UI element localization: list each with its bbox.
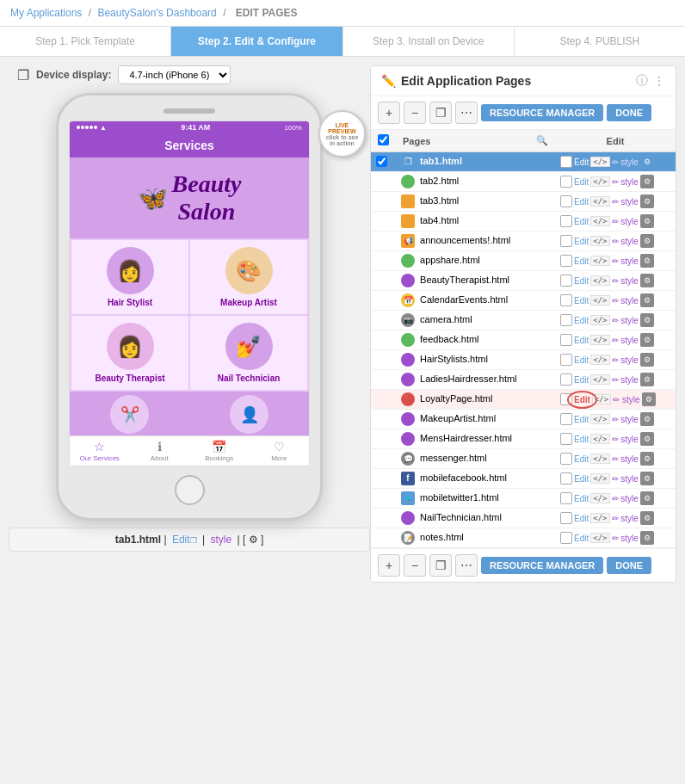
edit-checkbox[interactable] bbox=[560, 413, 572, 425]
style-link[interactable]: ✏ style bbox=[612, 296, 639, 306]
style-link[interactable]: ✏ style bbox=[612, 534, 639, 543]
edit-link[interactable]: Edit bbox=[574, 474, 589, 484]
row-check[interactable] bbox=[371, 489, 396, 509]
home-btn-circle[interactable] bbox=[175, 475, 205, 505]
edit-link[interactable]: Edit bbox=[574, 217, 589, 226]
tab-about[interactable]: ℹ About bbox=[130, 440, 190, 462]
gear-button[interactable]: ⚙ bbox=[640, 234, 654, 248]
style-link[interactable]: ✏ style bbox=[612, 256, 639, 266]
row-check[interactable] bbox=[371, 528, 396, 548]
code-badge[interactable]: </> bbox=[592, 394, 611, 404]
gear-button[interactable]: ⚙ bbox=[640, 214, 654, 228]
row-check[interactable] bbox=[371, 172, 396, 192]
gear-button[interactable]: ⚙ bbox=[640, 432, 654, 446]
row-check[interactable] bbox=[371, 291, 396, 311]
style-link[interactable]: ✏ style bbox=[613, 395, 639, 404]
gear-button[interactable]: ⚙ bbox=[640, 412, 654, 426]
copy-page-button[interactable]: ❐ bbox=[429, 102, 452, 124]
edit-checkbox[interactable] bbox=[560, 294, 572, 306]
edit-link[interactable]: Edit bbox=[574, 336, 589, 345]
add-page-button[interactable]: + bbox=[378, 102, 400, 124]
row-check[interactable] bbox=[371, 192, 396, 212]
gear-button[interactable]: ⚙ bbox=[640, 155, 654, 169]
code-badge[interactable]: </> bbox=[590, 434, 609, 444]
edit-checkbox[interactable] bbox=[560, 492, 572, 504]
code-badge[interactable]: </> bbox=[590, 196, 609, 207]
code-badge[interactable]: </> bbox=[590, 374, 609, 385]
copy-page-button-bottom[interactable]: ❐ bbox=[429, 554, 452, 577]
code-badge[interactable]: </> bbox=[590, 414, 609, 424]
style-link[interactable]: ✏ style bbox=[612, 197, 639, 207]
row-check[interactable] bbox=[371, 370, 396, 390]
done-button-bottom[interactable]: DONE bbox=[607, 557, 651, 574]
edit-checkbox[interactable] bbox=[560, 255, 572, 267]
row-check[interactable] bbox=[371, 251, 396, 271]
gear-button[interactable]: ⚙ bbox=[642, 392, 656, 406]
step-4[interactable]: Step 4. PUBLISH bbox=[515, 27, 685, 56]
style-link[interactable]: ✏ style bbox=[612, 316, 639, 325]
row-check[interactable] bbox=[371, 469, 396, 489]
tab-our-services[interactable]: ☆ Our Services bbox=[70, 440, 130, 462]
page-style-link[interactable]: style bbox=[210, 534, 231, 546]
row-check[interactable] bbox=[371, 152, 396, 172]
row-check[interactable] bbox=[371, 231, 396, 251]
gear-button[interactable]: ⚙ bbox=[640, 373, 654, 386]
phone-home-button[interactable] bbox=[69, 475, 310, 505]
code-badge[interactable]: </> bbox=[590, 157, 609, 167]
code-badge[interactable]: </> bbox=[590, 473, 609, 484]
edit-checkbox[interactable] bbox=[560, 215, 572, 227]
code-badge[interactable]: </> bbox=[590, 295, 609, 306]
edit-checkbox[interactable] bbox=[560, 373, 572, 386]
select-all-checkbox[interactable] bbox=[378, 134, 389, 145]
row-check[interactable] bbox=[371, 330, 396, 350]
more-options-button-bottom[interactable]: ⋯ bbox=[455, 554, 478, 577]
code-badge[interactable]: </> bbox=[590, 256, 609, 266]
device-select[interactable]: 4.7-inch (iPhone 6) bbox=[118, 65, 231, 84]
edit-checkbox[interactable] bbox=[560, 195, 572, 207]
edit-link[interactable]: Edit bbox=[574, 197, 589, 207]
code-badge[interactable]: </> bbox=[590, 454, 609, 464]
gear-button[interactable]: ⚙ bbox=[640, 274, 654, 287]
code-badge[interactable]: </> bbox=[590, 335, 609, 345]
menu-dots-icon[interactable]: ⋮ bbox=[653, 74, 665, 88]
edit-link[interactable]: Edit bbox=[574, 494, 589, 503]
edit-checkbox[interactable] bbox=[560, 472, 572, 485]
code-badge[interactable]: </> bbox=[590, 216, 609, 226]
style-link[interactable]: ✏ style bbox=[612, 454, 639, 464]
edit-checkbox[interactable] bbox=[560, 334, 572, 346]
edit-link[interactable]: Edit bbox=[574, 237, 589, 246]
edit-checkbox[interactable] bbox=[560, 354, 572, 366]
gear-button[interactable]: ⚙ bbox=[640, 333, 654, 347]
code-badge[interactable]: </> bbox=[590, 236, 609, 246]
edit-checkbox[interactable] bbox=[560, 275, 572, 287]
resource-manager-button-bottom[interactable]: RESOURCE MANAGER bbox=[481, 557, 603, 574]
edit-checkbox[interactable] bbox=[560, 532, 572, 544]
edit-checkbox[interactable] bbox=[560, 235, 572, 247]
step-3[interactable]: Step 3. Install on Device bbox=[343, 27, 515, 56]
edit-checkbox[interactable] bbox=[560, 176, 572, 188]
style-link[interactable]: ✏ style bbox=[612, 375, 639, 385]
edit-link[interactable]: Edit bbox=[574, 157, 589, 167]
row-check[interactable] bbox=[371, 390, 396, 410]
edit-link[interactable]: Edit bbox=[574, 177, 589, 187]
edit-checkbox[interactable] bbox=[560, 314, 572, 326]
step-1[interactable]: Step 1. Pick Template bbox=[0, 27, 171, 56]
tab-bookings[interactable]: 📅 Bookings bbox=[189, 440, 250, 462]
style-link[interactable]: ✏ style bbox=[612, 237, 639, 246]
gear-button[interactable]: ⚙ bbox=[640, 175, 654, 188]
edit-link[interactable]: Edit bbox=[574, 415, 589, 424]
edit-link[interactable]: Edit bbox=[574, 316, 589, 325]
resource-manager-button-top[interactable]: RESOURCE MANAGER bbox=[481, 104, 603, 121]
edit-checkbox[interactable] bbox=[560, 453, 572, 465]
edit-link[interactable]: Edit bbox=[574, 355, 589, 365]
gear-button[interactable]: ⚙ bbox=[640, 491, 654, 505]
gear-button[interactable]: ⚙ bbox=[640, 472, 654, 485]
style-link[interactable]: ✏ style bbox=[612, 494, 639, 503]
edit-link[interactable]: Edit bbox=[574, 296, 589, 306]
code-badge[interactable]: </> bbox=[590, 533, 609, 543]
page-settings-icon[interactable]: [ ⚙ ] bbox=[243, 534, 263, 546]
style-link[interactable]: ✏ style bbox=[612, 157, 639, 167]
style-link[interactable]: ✏ style bbox=[612, 415, 639, 424]
row-check[interactable] bbox=[371, 509, 396, 528]
style-link[interactable]: ✏ style bbox=[612, 355, 639, 365]
